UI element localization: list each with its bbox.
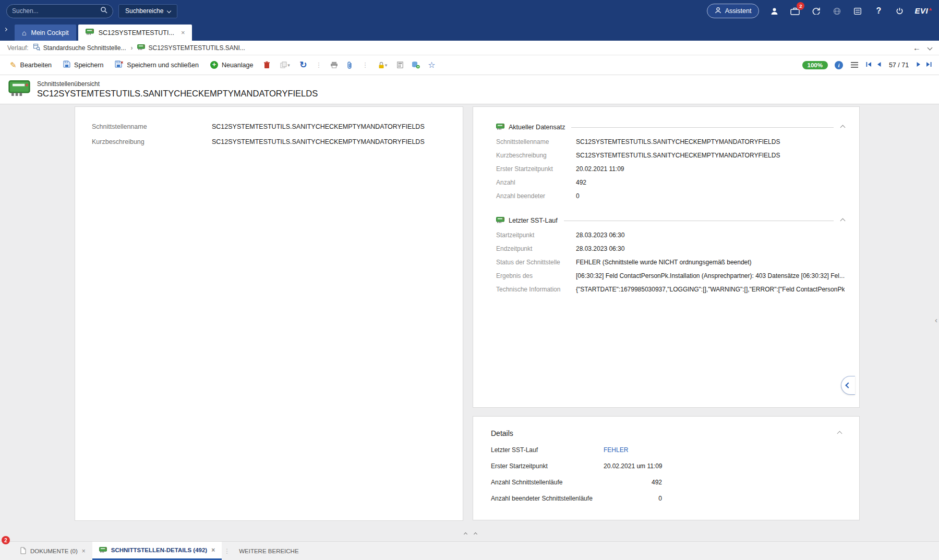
field-value: FEHLER (Schnittstelle wurde NICHT ordnun… [576, 259, 845, 266]
search-input[interactable] [12, 7, 100, 15]
action-toolbar: ✎ Bearbeiten Speichern Speichern und sch… [0, 55, 939, 75]
section-title: Letzter SST-Lauf [509, 217, 558, 224]
search-scopes-button[interactable]: Suchbereiche [118, 4, 177, 18]
field-value: [06:30:32] Feld ContactPersonPk.Installa… [576, 272, 845, 280]
status-link[interactable]: FEHLER [604, 446, 662, 454]
field-value: 20.02.2021 11:09 [576, 165, 845, 173]
save-label: Speichern [74, 62, 103, 69]
section-header-letzter-sst-lauf[interactable]: Letzter SST-Lauf [496, 216, 845, 225]
previous-record-icon[interactable] [876, 62, 882, 69]
bottom-tab-separator: ⋮ [222, 542, 232, 560]
collapse-section-icon[interactable] [840, 218, 846, 223]
collapse-up-icon[interactable] [464, 532, 467, 536]
bottom-tab-schnittstellen-details[interactable]: SCHNITTSTELLEN-DETAILS (492) × [92, 542, 222, 560]
expand-sidebar-icon[interactable] [4, 28, 7, 31]
table-settings-icon[interactable] [395, 60, 405, 70]
field-label: Erster Startzeitpunkt [491, 462, 604, 470]
collapse-up-icon[interactable] [474, 532, 477, 536]
lock-icon[interactable]: ▾ [376, 60, 389, 70]
toolbar-right: 100% i 57 / 71 [802, 60, 932, 70]
search-icon[interactable] [100, 6, 107, 16]
form-card: Schnittstellenname SC12SYSTEMTESTUTILS.S… [75, 106, 463, 521]
edit-button[interactable]: ✎ Bearbeiten [7, 58, 54, 72]
expand-right-panel-icon[interactable]: ‹ [935, 315, 937, 324]
menu-icon[interactable] [850, 60, 859, 70]
field-label: Schnittstellenname [92, 123, 212, 131]
breadcrumb-item-search[interactable]: Standardsuche Schnittstelle... [33, 44, 126, 52]
breadcrumb-separator: › [130, 44, 133, 52]
field-value: 492 [576, 179, 845, 187]
delete-icon[interactable] [262, 60, 271, 70]
list-panel-icon[interactable] [852, 5, 863, 17]
tab-label: SC12SYSTEMTESTUTI... [99, 29, 174, 36]
network-card-icon [99, 547, 107, 554]
details-card: Details Letzter SST-Lauf FEHLER Erster S… [473, 416, 860, 520]
app-window: Suchbereiche Assistent 2 [0, 0, 939, 560]
field-value[interactable]: SC12SYSTEMTESTUTILS.SANITYCHECKEMPTYMAND… [212, 138, 425, 147]
pencil-icon: ✎ [10, 60, 17, 70]
redo-icon[interactable] [810, 5, 822, 17]
breadcrumb-item-interface[interactable]: SC12SYSTEMTESTUTILS.SANI... [137, 44, 245, 52]
user-icon[interactable] [768, 5, 780, 17]
collapse-details-icon[interactable] [837, 431, 842, 436]
topbar-actions: Assistent 2 ? EVI▲ [707, 4, 933, 18]
history-dropdown-icon[interactable] [928, 45, 933, 51]
add-to-dataset-icon[interactable] [411, 60, 420, 70]
print-icon[interactable] [329, 60, 339, 70]
favorite-icon[interactable]: ☆ [427, 60, 436, 70]
bottom-notification-badge[interactable]: 2 [2, 536, 10, 544]
global-search[interactable] [6, 4, 113, 18]
search-table-icon [33, 44, 40, 52]
field-label: Anzahl Schnittstellenläufe [491, 479, 604, 486]
field-value: 20.02.2021 um 11:09 [604, 462, 663, 470]
edit-label: Bearbeiten [20, 62, 52, 69]
chevron-down-icon: ▾ [287, 63, 290, 68]
power-icon[interactable] [894, 5, 905, 17]
save-button[interactable]: Speichern [61, 58, 106, 71]
zoom-badge[interactable]: 100% [802, 61, 828, 69]
new-record-button[interactable]: + Neuanlage [208, 59, 256, 71]
field-value: SC12SYSTEMTESTUTILS.SANITYCHECKEMPTYMAND… [576, 152, 845, 160]
form-field-row: Schnittstellenname SC12SYSTEMTESTUTILS.S… [92, 123, 452, 131]
field-value[interactable]: SC12SYSTEMTESTUTILS.SANITYCHECKEMPTYMAND… [212, 123, 425, 131]
toolbar-separator: ⋮ [314, 61, 323, 69]
close-tab-icon[interactable]: × [181, 29, 185, 36]
history-back-icon[interactable]: ← [913, 43, 921, 52]
details-row: Anzahl Schnittstellenläufe 492 [491, 479, 841, 486]
close-tab-icon[interactable]: × [82, 547, 86, 555]
help-icon[interactable]: ? [873, 5, 884, 17]
save-and-close-button[interactable]: Speichern und schließen [112, 58, 201, 71]
bottom-tab-weitere-bereiche[interactable]: WEITERE BEREICHE [232, 542, 305, 560]
tab-label: Mein Cockpit [31, 29, 68, 36]
breadcrumb-label: Standardsuche Schnittstelle... [43, 44, 126, 52]
page-header-text: Schnittstellenübersicht SC12SYSTEMTESTUT… [37, 80, 318, 99]
first-record-icon[interactable] [866, 62, 872, 69]
network-card-icon [8, 80, 30, 99]
field-label: Kurzbeschreibung [92, 138, 212, 147]
copy-icon[interactable]: ▾ [278, 60, 292, 70]
last-record-icon[interactable] [926, 62, 932, 69]
section-divider [564, 221, 834, 221]
globe-icon[interactable] [831, 5, 842, 17]
field-label: Anzahl beendeter Schnittstellenläufe [491, 495, 604, 502]
bottom-tab-label: SCHNITTSTELLEN-DETAILS (492) [111, 547, 207, 553]
attachment-icon[interactable] [345, 60, 354, 70]
details-header[interactable]: Details [491, 429, 841, 437]
refresh-icon[interactable]: ↻ [298, 60, 308, 70]
close-tab-icon[interactable]: × [211, 546, 215, 554]
tab-mein-cockpit[interactable]: ⌂ Mein Cockpit [15, 25, 76, 41]
chevron-left-icon [845, 382, 851, 388]
chevron-down-icon: ▾ [385, 63, 388, 68]
section-header-aktueller-datensatz[interactable]: Aktueller Datensatz [496, 123, 845, 132]
assistant-button[interactable]: Assistent [707, 4, 760, 18]
panel-field-row: Ergebnis des [06:30:32] Feld ContactPers… [496, 272, 845, 280]
collapse-section-icon[interactable] [840, 125, 846, 130]
info-icon[interactable]: i [835, 61, 843, 69]
tab-schnittstelle[interactable]: SC12SYSTEMTESTUTI... × [78, 25, 192, 41]
form-field-row: Kurzbeschreibung SC12SYSTEMTESTUTILS.SAN… [92, 138, 452, 147]
bottom-tab-dokumente[interactable]: DOKUMENTE (0) × [14, 542, 92, 560]
field-value: 492 [604, 479, 662, 486]
next-record-icon[interactable] [916, 62, 921, 69]
briefcase-icon[interactable]: 2 [789, 5, 801, 17]
panel-field-row: Kurzbeschreibung SC12SYSTEMTESTUTILS.SAN… [496, 152, 845, 160]
